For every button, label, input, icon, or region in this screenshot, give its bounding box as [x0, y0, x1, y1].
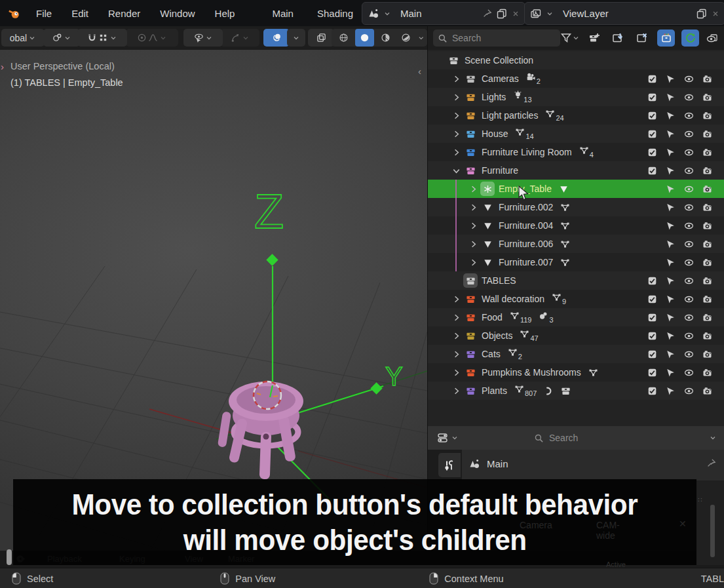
viewport-3d[interactable]: Z Y › ‹ User: [0, 50, 427, 551]
camera-toggle[interactable]: [700, 163, 714, 178]
outliner-row-cameras[interactable]: Cameras2: [428, 69, 724, 88]
expand-right-icon[interactable]: [466, 237, 480, 251]
eye-toggle[interactable]: [681, 328, 696, 343]
camera-toggle[interactable]: [700, 218, 714, 233]
xray-toggle[interactable]: [308, 29, 334, 47]
expand-right-icon[interactable]: [449, 365, 463, 380]
pin-icon[interactable]: [482, 9, 492, 18]
outliner-row-furniture-006[interactable]: Furniture.006: [428, 235, 724, 253]
new-scene-icon[interactable]: [496, 8, 508, 20]
viewport-scrollbar[interactable]: [7, 549, 12, 565]
pointer-toggle[interactable]: [663, 310, 677, 324]
rendered-shading-button[interactable]: [396, 29, 416, 47]
camera-toggle[interactable]: [700, 347, 714, 361]
checkbox-toggle[interactable]: [645, 292, 659, 306]
eye-toggle[interactable]: [681, 292, 696, 306]
menu-edit[interactable]: Edit: [62, 8, 98, 19]
pointer-toggle[interactable]: [663, 218, 677, 233]
outliner-row-house[interactable]: House14: [428, 125, 724, 143]
proportional-editing-control[interactable]: [126, 29, 178, 47]
new-collection-button[interactable]: [585, 29, 603, 47]
outliner-row-food[interactable]: Food1193: [428, 308, 724, 326]
transform-orientation-dropdown[interactable]: obal: [1, 29, 45, 47]
checkbox-toggle[interactable]: [645, 145, 659, 159]
outliner-row-lights[interactable]: Lights13: [428, 88, 724, 106]
expand-right-icon[interactable]: [449, 127, 463, 141]
expand-right-icon[interactable]: [466, 200, 480, 214]
checkbox-toggle[interactable]: [645, 127, 659, 141]
eye-toggle[interactable]: [681, 108, 696, 123]
properties-search-input[interactable]: Search: [534, 433, 578, 443]
expand-right-icon[interactable]: [466, 182, 480, 196]
eye-toggle[interactable]: [681, 383, 696, 398]
scrollbar-thumb[interactable]: [710, 505, 715, 557]
eye-toggle[interactable]: [681, 218, 696, 233]
tab-tool[interactable]: [438, 453, 461, 477]
outliner-row-tables[interactable]: TABLES: [428, 271, 724, 290]
camera-toggle[interactable]: [700, 328, 714, 343]
camera-toggle[interactable]: [700, 383, 714, 398]
workspace-tab-main[interactable]: Main: [260, 8, 305, 19]
outliner-row-wall-decoration[interactable]: Wall decoration9: [428, 290, 724, 308]
outliner-row-empty-table[interactable]: Empty_Table: [428, 180, 724, 198]
expand-right-icon[interactable]: [449, 292, 463, 306]
outliner-row-pumpkins-mushrooms[interactable]: Pumpkins & Mushrooms: [428, 363, 724, 382]
checkbox-toggle[interactable]: [645, 90, 659, 104]
outliner-row-plants[interactable]: Plants807: [428, 382, 724, 400]
camera-toggle[interactable]: [700, 310, 714, 324]
eye-toggle[interactable]: [681, 71, 696, 86]
solid-shading-button[interactable]: [355, 29, 375, 47]
eye-toggle[interactable]: [681, 145, 696, 159]
pointer-toggle[interactable]: [663, 108, 677, 123]
pin-icon[interactable]: [706, 458, 716, 468]
pointer-toggle[interactable]: [663, 292, 677, 306]
expand-right-icon[interactable]: [449, 383, 463, 398]
remove-from-collection-button[interactable]: [633, 29, 651, 47]
camera-toggle[interactable]: [700, 292, 714, 306]
sidebar-toggle-icon[interactable]: ‹: [418, 66, 421, 77]
eye-toggle[interactable]: [681, 127, 696, 141]
eye-toggle[interactable]: [681, 273, 696, 288]
gizmo-visibility-control[interactable]: [183, 29, 223, 47]
eye-toggle[interactable]: [681, 163, 696, 178]
checkbox-toggle[interactable]: [645, 273, 659, 288]
expand-right-icon[interactable]: [466, 255, 480, 269]
eye-toggle[interactable]: [681, 237, 696, 251]
camera-toggle[interactable]: [700, 71, 714, 86]
move-to-collection-button[interactable]: [609, 29, 626, 47]
visibility-eye-button[interactable]: [703, 29, 721, 47]
menu-window[interactable]: Window: [150, 8, 204, 19]
gizmo-arrow-control[interactable]: [220, 29, 259, 47]
outliner-row-furniture-002[interactable]: Furniture.002: [428, 198, 724, 216]
outliner-row-furniture[interactable]: Furniture: [428, 161, 724, 180]
pointer-toggle[interactable]: [663, 90, 677, 104]
toolbar-expand-icon[interactable]: ›: [1, 61, 4, 72]
expand-right-icon[interactable]: [449, 328, 463, 343]
new-viewlayer-icon[interactable]: [696, 8, 708, 20]
pointer-toggle[interactable]: [663, 383, 677, 398]
outliner-row-furniture-004[interactable]: Furniture.004: [428, 216, 724, 235]
expand-right-icon[interactable]: [449, 310, 463, 324]
wireframe-shading-button[interactable]: [334, 29, 354, 47]
eye-toggle[interactable]: [681, 200, 696, 214]
outliner-row-furniture-living-room[interactable]: Furniture Living Room4: [428, 143, 724, 161]
expand-right-icon[interactable]: [449, 71, 463, 86]
close-icon[interactable]: [512, 10, 520, 18]
chevron-down-icon[interactable]: [709, 434, 717, 442]
close-icon[interactable]: [712, 10, 719, 18]
menu-file[interactable]: File: [26, 8, 62, 19]
camera-toggle[interactable]: [700, 182, 714, 196]
menu-render[interactable]: Render: [98, 8, 150, 19]
outliner-row-scene-collection[interactable]: Scene Collection: [428, 51, 724, 69]
expand-right-icon[interactable]: [449, 145, 463, 159]
pointer-toggle[interactable]: [663, 200, 677, 214]
camera-toggle[interactable]: [700, 237, 714, 251]
show-overlays-toggle[interactable]: [263, 29, 290, 47]
pointer-toggle[interactable]: [663, 365, 677, 380]
eye-toggle[interactable]: [681, 365, 696, 380]
outliner-row-light-particles[interactable]: Light particles24: [428, 106, 724, 125]
checkbox-toggle[interactable]: [645, 108, 659, 123]
scene-selector[interactable]: Main: [362, 2, 525, 25]
camera-toggle[interactable]: [700, 365, 714, 380]
eye-toggle[interactable]: [681, 347, 696, 361]
